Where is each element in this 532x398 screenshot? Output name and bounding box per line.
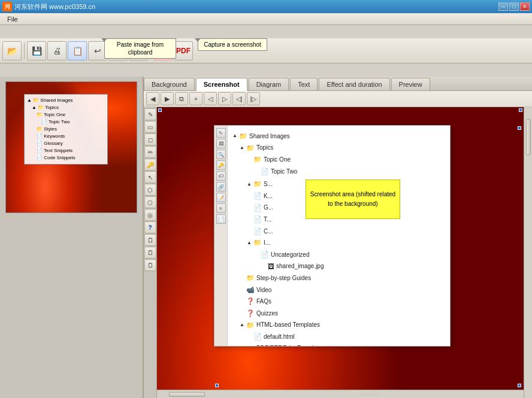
scrollbar-thumb-v[interactable] (526, 119, 531, 155)
popup-tree: ▲ 📁 Shared Images ▲ 📁 Topics (232, 130, 445, 346)
editor-area: Background Screenshot Diagram Text Effec… (144, 77, 532, 398)
preview-panel: ▲ 📁 Shared Images ▲ 📁 Topics 📁 Topic One… (0, 77, 144, 398)
corner-handle-tr[interactable] (519, 108, 522, 112)
tab-background[interactable]: Background (144, 78, 195, 90)
expand-icon-5[interactable]: ▲ (247, 181, 252, 189)
tree-node-faqs: ❓ FAQs (232, 296, 445, 308)
open-file-button[interactable]: 📂 (2, 41, 22, 60)
tree-node-topic2: 📄 Topic Two (232, 166, 445, 178)
popup-edit-tag-icon[interactable]: 🏷 (216, 171, 226, 181)
popup-edit-doc-icon[interactable]: 📄 (216, 214, 226, 224)
ed-forward-button[interactable]: ▶ (161, 92, 174, 105)
minimize-button[interactable]: ─ (498, 2, 508, 11)
ed-right-button[interactable]: ▷ (218, 92, 231, 105)
scrollbar-thumb-h[interactable] (169, 392, 205, 397)
popup-edit-link-icon[interactable]: 🔗 (216, 182, 226, 192)
popup-edit-list-icon[interactable]: ≡ (216, 203, 226, 213)
popup-edit-pencil-icon[interactable]: ✎ (216, 128, 226, 138)
sidebar-doc1-icon[interactable]: 🗒 (144, 234, 156, 246)
canvas-sidebar: ✎ ▭ ◻ ✏ 🔑 ↖ ⬡ ⬡ ◎ ? 🗒 🗒 🗒 (144, 107, 157, 398)
doc-icon-uncat: 📄 (261, 250, 269, 260)
paste-clipboard-button[interactable]: 📋 (68, 41, 87, 60)
preview-tree-overlay: ▲ 📁 Shared Images ▲ 📁 Topics 📁 Topic One… (24, 94, 108, 165)
horizontal-scrollbar[interactable]: · · · · · · · (157, 390, 532, 398)
tree-node-default-html: 📄 default.html (232, 331, 445, 343)
node-label-topics: Topics (256, 143, 273, 153)
preview-image: ▲ 📁 Shared Images ▲ 📁 Topics 📁 Topic One… (5, 81, 137, 213)
tree-node-shared: ▲ 📁 Shared Images (232, 130, 445, 142)
popup-edit-key-icon[interactable]: 🔑 (216, 160, 226, 170)
export-pdf-button[interactable]: PDF (174, 41, 193, 60)
node-label-video: Video (256, 285, 271, 295)
doc-icon-4: 📄 (253, 214, 262, 225)
redo-button[interactable]: ↪ (108, 41, 128, 60)
ed-left2-button[interactable]: ◁| (232, 92, 246, 105)
save-button-2[interactable]: 🖨 (47, 41, 66, 60)
preview-tree-node-2: ▲ 📁 Topics (27, 104, 105, 111)
ed-right2-button[interactable]: |▷ (247, 92, 260, 105)
menubar: File (0, 13, 532, 25)
tab-text[interactable]: Text (290, 78, 318, 90)
preview-flower-bg: ▲ 📁 Shared Images ▲ 📁 Topics 📁 Topic One… (6, 82, 137, 212)
ed-left-button[interactable]: ◁ (204, 92, 217, 105)
corner-handle-bl[interactable] (215, 384, 219, 387)
undo-button[interactable]: ↩ (88, 41, 107, 60)
preview-tree-node-7: 📄 Glossary (27, 140, 105, 147)
sidebar-pencil-icon[interactable]: ✎ (144, 108, 156, 120)
popup-content: ▲ 📁 Shared Images ▲ 📁 Topics (228, 126, 450, 346)
titlebar-controls[interactable]: ─ □ ✕ (498, 2, 530, 11)
corner-handle-tl[interactable] (158, 108, 162, 112)
menu-file[interactable]: File (2, 14, 23, 24)
sidebar-circle-icon[interactable]: ◎ (144, 209, 156, 221)
titlebar: 河 河东软件网 www.pc0359.cn ─ □ ✕ (0, 0, 532, 13)
restore-button[interactable]: □ (509, 2, 519, 11)
sidebar-hex1-icon[interactable]: ⬡ (144, 184, 156, 196)
sidebar-rect-icon[interactable]: ▭ (144, 121, 156, 133)
jpg-icon: 🖼 (268, 262, 274, 272)
toolbar-separator-2 (150, 42, 151, 59)
sidebar-doc2-icon[interactable]: 🗒 (144, 247, 156, 259)
node-label-c: C... (264, 227, 273, 236)
expand-icon-pdf[interactable]: ▲ (240, 345, 244, 346)
sidebar-cursor-icon[interactable]: ↖ (144, 171, 156, 183)
folder-icon-pdf: 📁 (246, 344, 255, 346)
tab-screenshot[interactable]: Screenshot (196, 78, 247, 91)
sidebar-doc3-icon[interactable]: 🗒 (144, 259, 156, 271)
expand-icon-images[interactable]: ▲ (247, 239, 252, 247)
tab-diagram[interactable]: Diagram (249, 78, 289, 90)
sidebar-hex2-icon[interactable]: ⬡ (144, 196, 156, 208)
delete-button[interactable]: ✕ (129, 41, 148, 60)
sidebar-select-icon[interactable]: ◻ (144, 133, 156, 145)
sidebar-edit-icon[interactable]: ✏ (144, 146, 156, 158)
expand-icon-1[interactable]: ▲ (232, 132, 237, 140)
tree-node-pdf: ▲ 📁 PDF/RTF/Print Templates (232, 343, 445, 346)
vertical-scrollbar[interactable] (524, 107, 532, 398)
expand-icon-2[interactable]: ▲ (240, 144, 244, 152)
save-button-1[interactable]: 💾 (27, 41, 46, 60)
tab-effect[interactable]: Effect and duration (319, 78, 389, 90)
faq-icon: ❓ (246, 296, 255, 307)
titlebar-left: 河 河东软件网 www.pc0359.cn (2, 2, 95, 11)
sidebar-key-icon[interactable]: 🔑 (144, 159, 156, 171)
sidebar-help-icon[interactable]: ? (144, 221, 156, 233)
ed-copy-button[interactable]: ⧉ (175, 92, 188, 105)
ed-back-button[interactable]: ◀ (146, 92, 159, 105)
corner-handle-br[interactable] (518, 384, 521, 387)
doc-icon-3: 📄 (253, 203, 262, 214)
popup-edit-note-icon[interactable]: 📝 (216, 193, 226, 202)
node-label-img: shared_image.jpg (276, 262, 324, 271)
close-button[interactable]: ✕ (520, 2, 530, 11)
ed-add-button[interactable]: + (189, 92, 202, 105)
popup-edit-img-icon[interactable]: 🖼 (216, 139, 226, 148)
folder-icon-html: 📁 (246, 320, 255, 331)
popup-edit-zoom-icon[interactable]: 🔍 (216, 150, 226, 159)
node-label-images: I... (264, 238, 270, 248)
tab-preview[interactable]: Preview (391, 78, 430, 90)
folder-icon-2: 📁 (246, 143, 255, 154)
capture-screenshot-button[interactable]: 📷 (153, 41, 173, 60)
preview-tree-node-3: 📁 Topic One (27, 111, 105, 119)
corner-handle-r2[interactable] (518, 126, 521, 130)
tree-node-c: 📄 C... (232, 226, 445, 238)
expand-icon-html[interactable]: ▲ (240, 321, 244, 329)
popup-edit-icons: ✎ 🖼 🔍 🔑 🏷 🔗 📝 ≡ 📄 (214, 126, 228, 346)
